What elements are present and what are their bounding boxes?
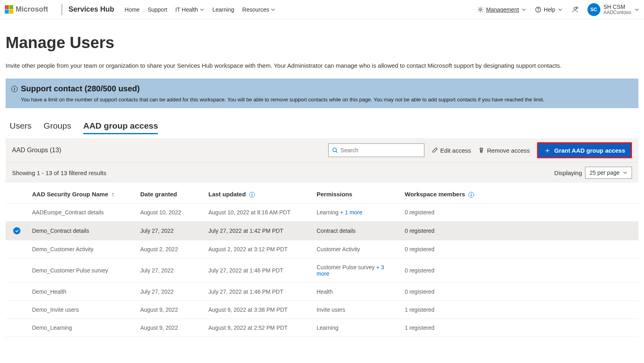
cell-name: AADEurope_Contract details [28, 204, 136, 222]
user-name: SH CSM [604, 4, 631, 10]
col-header-updated[interactable]: Last updated i [204, 183, 313, 204]
nav-support[interactable]: Support [147, 6, 167, 13]
avatar: SC [587, 3, 600, 16]
svg-line-6 [336, 151, 337, 153]
management-menu[interactable]: Management [477, 6, 526, 13]
table-row[interactable]: Demo_Contract detailsJuly 27, 2022July 2… [6, 222, 638, 240]
permissions-more-link[interactable]: + 1 more [339, 209, 363, 216]
remove-access-button[interactable]: Remove access [478, 147, 530, 154]
tab-aad-group-access[interactable]: AAD group access [83, 119, 158, 134]
cell-date: July 27, 2022 [136, 222, 204, 240]
nav-home[interactable]: Home [125, 6, 139, 13]
sort-asc-icon: ↑ [111, 191, 115, 198]
header-right: Management Help SC SH CSM AADContoso [477, 3, 639, 16]
cell-updated: July 27, 2022 at 1:42 PM PDT [204, 222, 313, 240]
cell-updated: August 9, 2022 at 3:38 PM PDT [204, 301, 313, 319]
tabs: Users Groups AAD group access [6, 119, 638, 134]
info-icon: i [11, 86, 18, 92]
person-notify-icon [571, 6, 579, 13]
cell-updated: August 2, 2022 at 3:12 PM PDT [204, 240, 313, 258]
nav-resources-label: Resources [242, 6, 269, 13]
edit-access-button[interactable]: Edit access [432, 147, 471, 154]
cell-name: Demo_Customer Pulse survey [28, 258, 136, 283]
chevron-down-icon [623, 170, 628, 175]
pencil-icon [432, 147, 438, 153]
user-org: AADContoso [604, 10, 631, 16]
svg-point-4 [576, 7, 578, 8]
page-description: Invite other people from your team or or… [6, 62, 638, 69]
help-icon [535, 6, 541, 13]
svg-point-5 [333, 148, 336, 152]
table-row[interactable]: Demo_Customer ActivityAugust 2, 2022Augu… [6, 240, 638, 258]
col-header-permissions[interactable]: Permissions [313, 183, 401, 204]
cell-permissions: Learning + 1 more [313, 204, 401, 222]
cell-members: 0 registered [401, 204, 638, 222]
edit-access-label: Edit access [440, 147, 471, 154]
info-icon: i [249, 192, 255, 198]
cell-updated: July 27, 2022 at 1:46 PM PDT [204, 258, 313, 283]
cell-members: 1 registered [401, 319, 638, 337]
svg-point-3 [574, 7, 576, 10]
gear-icon [477, 6, 484, 13]
checkmark-icon[interactable] [13, 227, 20, 234]
cell-date: August 10, 2022 [136, 204, 204, 222]
cell-members: 1 registered [401, 301, 638, 319]
user-text: SH CSM AADContoso [604, 4, 631, 16]
col-header-name[interactable]: AAD Security Group Name ↑ [28, 183, 136, 204]
grant-btn-label: Grant AAD group access [554, 147, 625, 154]
info-icon: i [468, 192, 474, 198]
page-title: Manage Users [6, 34, 638, 52]
cell-permissions: Contract details [313, 222, 401, 240]
help-menu[interactable]: Help [535, 6, 563, 13]
chevron-down-icon [558, 7, 563, 12]
cell-members: 0 registered [401, 222, 638, 240]
chevron-down-icon [271, 7, 275, 12]
svg-point-2 [538, 10, 539, 11]
header-divider [62, 4, 62, 15]
cell-date: August 2, 2022 [136, 240, 204, 258]
search-input[interactable] [341, 147, 421, 153]
table-row[interactable]: Demo_Customer Pulse surveyJuly 27, 2022J… [6, 258, 638, 283]
table-row[interactable]: Demo_Invite usersAugust 9, 2022August 9,… [6, 301, 638, 319]
notifications-button[interactable] [571, 6, 579, 13]
cell-name: Demo_Learning [28, 319, 136, 337]
table-row[interactable]: Demo_LearningAugust 9, 2022August 9, 202… [6, 319, 638, 337]
cell-permissions: Learning [313, 319, 401, 337]
per-page-value: 25 per page [589, 169, 620, 176]
col-header-date[interactable]: Date granted [136, 183, 204, 204]
table-row[interactable]: Demo_HealthJuly 27, 2022July 27, 2022 at… [6, 283, 638, 301]
cell-date: August 9, 2022 [136, 319, 204, 337]
table-row[interactable]: AADEurope_Contract detailsAugust 10, 202… [6, 204, 638, 222]
app-name[interactable]: Services Hub [69, 5, 114, 14]
cell-date: July 27, 2022 [136, 258, 204, 283]
tab-groups[interactable]: Groups [44, 119, 71, 134]
grant-aad-group-access-button[interactable]: ＋ Grant AAD group access [537, 142, 632, 158]
svg-point-0 [480, 8, 482, 10]
tab-users[interactable]: Users [10, 119, 32, 134]
nav-it-health[interactable]: IT Health [175, 6, 204, 13]
cell-permissions: Customer Activity [313, 240, 401, 258]
col-header-members[interactable]: Workspace members i [401, 183, 638, 204]
group-count-title: AAD Groups (13) [12, 147, 61, 154]
user-menu[interactable]: SC SH CSM AADContoso [587, 3, 639, 16]
search-icon [332, 147, 338, 153]
cell-permissions: Customer Pulse survey + 3 more [313, 258, 401, 283]
per-page-select[interactable]: 25 per page [585, 167, 632, 179]
chevron-down-icon [521, 7, 526, 12]
plus-icon: ＋ [544, 147, 551, 154]
cell-name: Demo_Health [28, 283, 136, 301]
global-header: Microsoft Services Hub Home Support IT H… [0, 0, 644, 19]
cell-date: August 9, 2022 [136, 301, 204, 319]
showing-text: Showing 1 - 13 of 13 filtered results [12, 169, 106, 176]
cell-members: 0 registered [401, 240, 638, 258]
nav-it-health-label: IT Health [175, 6, 198, 13]
banner-title: Support contact (280/500 used) [21, 84, 140, 93]
nav-learning[interactable]: Learning [212, 6, 234, 13]
support-contact-banner: i Support contact (280/500 used) You hav… [6, 79, 638, 108]
cell-updated: August 10, 2022 at 8:16 AM PDT [204, 204, 313, 222]
cell-name: Demo_Contract details [28, 222, 136, 240]
cell-permissions: Health [313, 283, 401, 301]
nav-resources[interactable]: Resources [242, 6, 276, 13]
search-input-wrapper[interactable] [328, 143, 424, 157]
microsoft-logo[interactable]: Microsoft [5, 5, 48, 14]
